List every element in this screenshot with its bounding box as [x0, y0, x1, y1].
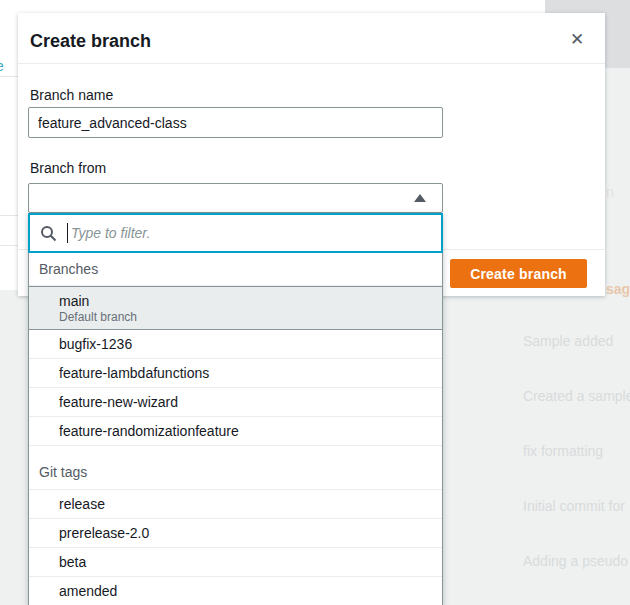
option-label: amended [59, 583, 442, 599]
dropdown-option-amended[interactable]: amended [29, 577, 442, 605]
branch-name-input[interactable] [28, 107, 443, 138]
branch-from-label: Branch from [30, 160, 106, 176]
search-icon [40, 225, 57, 242]
filter-input[interactable]: Type to filter. [28, 213, 443, 253]
background-text: fix formatting [523, 443, 603, 459]
option-label: prerelease-2.0 [59, 525, 442, 541]
option-label: feature-new-wizard [59, 394, 442, 410]
background-page-left [0, 0, 18, 290]
background-divider [0, 215, 18, 216]
dropdown-option-bugfix-1236[interactable]: bugfix-1236 [29, 330, 442, 359]
background-text: Adding a pseudo [523, 553, 628, 569]
group-header: Branches [29, 253, 442, 286]
background-text-fragment: sage [606, 281, 630, 297]
option-label: feature-lambdafunctions [59, 365, 442, 381]
option-description: Default branch [59, 310, 442, 324]
option-label: bugfix-1236 [59, 336, 442, 352]
text-cursor [67, 223, 68, 243]
branch-from-dropdown-panel: Type to filter. BranchesmainDefault bran… [28, 213, 443, 605]
dropdown-group: BranchesmainDefault branchbugfix-1236fea… [29, 253, 442, 446]
background-header-strip [545, 0, 630, 13]
dropdown-option-feature-lambdafunctions[interactable]: feature-lambdafunctions [29, 359, 442, 388]
create-branch-button[interactable]: Create branch [450, 259, 587, 288]
dropdown-option-feature-randomizationfeature[interactable]: feature-randomizationfeature [29, 417, 442, 446]
background-text: Created a sample [523, 388, 630, 404]
group-header: Git tags [29, 446, 442, 490]
dropdown-option-main[interactable]: mainDefault branch [29, 286, 442, 330]
dropdown-option-beta[interactable]: beta [29, 548, 442, 577]
background-text: Initial commit for [523, 498, 625, 514]
background-link-fragment: e [0, 58, 4, 74]
triangle-up-icon [414, 194, 426, 202]
background-divider [0, 245, 18, 246]
dropdown-option-prerelease-2.0[interactable]: prerelease-2.0 [29, 519, 442, 548]
background-text: Sample added [523, 333, 613, 349]
option-label: release [59, 496, 442, 512]
modal-title: Create branch [30, 31, 151, 52]
option-label: feature-randomizationfeature [59, 423, 442, 439]
dropdown-option-release[interactable]: release [29, 490, 442, 519]
modal-header: Create branch ✕ [18, 13, 605, 64]
dropdown-option-feature-new-wizard[interactable]: feature-new-wizard [29, 388, 442, 417]
branch-name-label: Branch name [30, 87, 113, 103]
filter-placeholder: Type to filter. [71, 225, 150, 241]
option-label: main [59, 293, 442, 309]
dropdown-group: Git tagsreleaseprerelease-2.0betaamended [29, 446, 442, 605]
background-header-strip-right [605, 13, 630, 68]
branch-dropdown-list: BranchesmainDefault branchbugfix-1236fea… [29, 253, 442, 605]
close-icon[interactable]: ✕ [567, 30, 587, 50]
branch-from-select[interactable] [28, 183, 443, 213]
option-label: beta [59, 554, 442, 570]
background-text-fragment: n [606, 184, 614, 200]
background-divider [0, 76, 18, 77]
